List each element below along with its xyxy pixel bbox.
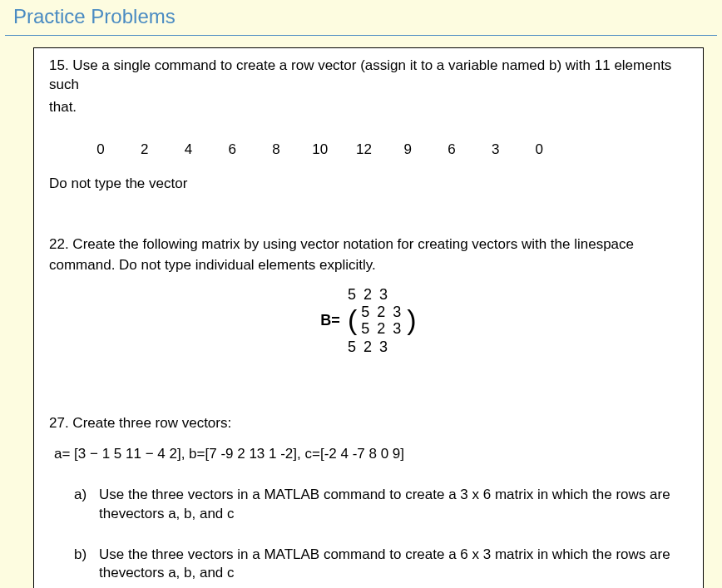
q27-part-a: a) Use the three vectors in a MATLAB com…	[74, 486, 688, 524]
matrix-top-row: 5 2 3	[49, 287, 688, 304]
matrix-bottom-row: 5 2 3	[49, 339, 688, 356]
vec-cell: 0	[81, 141, 121, 160]
question-22: 22. Create the following matrix by using…	[49, 235, 688, 356]
vec-cell: 2	[125, 141, 165, 160]
matrix-row: 5 2 3	[361, 321, 403, 338]
problem-box: 15. Use a single command to create a row…	[33, 47, 704, 588]
page-title: Practice Problems	[5, 0, 717, 36]
vec-cell: 0	[519, 141, 559, 160]
matrix-rows: 5 2 3 5 2 3	[361, 304, 403, 338]
q15-note: Do not type the vector	[49, 175, 688, 194]
q27-part-b: b) Use the three vectors in a MATLAB com…	[74, 546, 688, 584]
matrix-label: B=	[320, 313, 340, 329]
q22-stem-line2: command. Do not type individual elements…	[49, 256, 688, 275]
q15-row-vector: 0 2 4 6 8 10 12 9 6 3 0	[81, 141, 688, 160]
vec-cell: 6	[212, 141, 252, 160]
q22-matrix: 5 2 3 B= ( 5 2 3 5 2 3 ) 5 2 3	[49, 287, 688, 356]
right-paren: )	[407, 305, 416, 334]
q15-stem-line2: that.	[49, 98, 688, 117]
q22-stem-line1: 22. Create the following matrix by using…	[49, 235, 688, 254]
q15-stem-line1: 15. Use a single command to create a row…	[49, 57, 688, 95]
part-text: Use the three vectors in a MATLAB comman…	[99, 546, 688, 584]
vec-cell: 12	[344, 141, 383, 160]
question-15: 15. Use a single command to create a row…	[49, 57, 688, 194]
part-letter: b)	[74, 546, 99, 584]
vec-cell: 4	[168, 141, 208, 160]
part-text: Use the three vectors in a MATLAB comman…	[99, 486, 688, 524]
matrix-row: 5 2 3	[361, 304, 403, 321]
q27-vectors: a= [3 − 1 5 11 − 4 2], b=[7 -9 2 13 1 -2…	[54, 445, 688, 464]
left-paren: (	[348, 305, 357, 334]
vec-cell: 8	[256, 141, 296, 160]
vec-cell: 6	[432, 141, 472, 160]
vec-cell: 9	[388, 141, 428, 160]
q27-stem: 27. Create three row vectors:	[49, 414, 688, 433]
vec-cell: 3	[476, 141, 516, 160]
part-letter: a)	[74, 486, 99, 524]
vec-cell: 10	[300, 141, 340, 160]
question-27: 27. Create three row vectors: a= [3 − 1 …	[49, 414, 688, 584]
